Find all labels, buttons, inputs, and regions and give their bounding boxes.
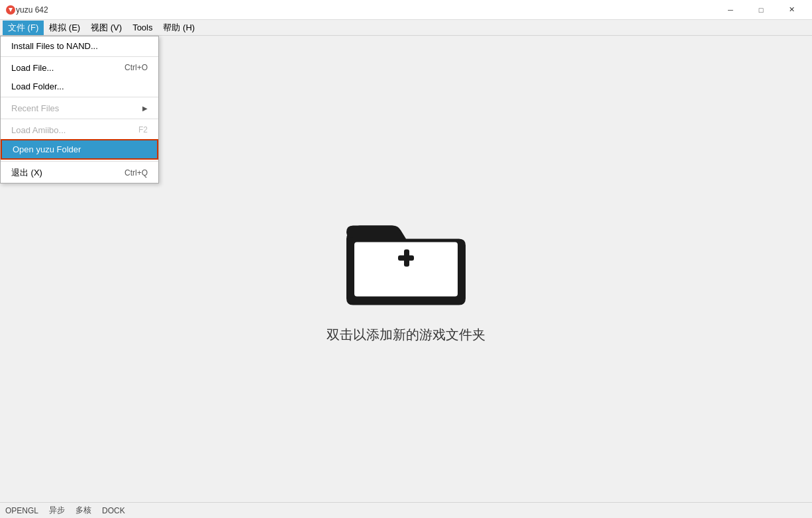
status-multicore[interactable]: 多核 [76,505,91,516]
window-controls: ─ □ ✕ [715,0,807,20]
menu-help[interactable]: 帮助 (H) [158,21,200,35]
app-icon [5,5,16,15]
status-dock[interactable]: DOCK [102,506,125,515]
menu-emulation[interactable]: 模拟 (E) [44,21,85,35]
menu-view[interactable]: 视图 (V) [85,21,127,35]
menu-exit[interactable]: 退出 (X) Ctrl+Q [1,163,158,183]
status-bar: OPENGL 异步 多核 DOCK [0,502,812,518]
menu-recent-files[interactable]: Recent Files ▶ [1,99,158,117]
status-async[interactable]: 异步 [49,505,65,516]
close-button[interactable]: ✕ [776,0,807,20]
menu-load-file[interactable]: Load File... Ctrl+O [1,58,158,77]
minimize-button[interactable]: ─ [715,0,746,20]
main-hint-label: 双击以添加新的游戏文件夹 [327,326,485,344]
separator-3 [1,119,158,119]
submenu-arrow-icon: ▶ [142,105,148,112]
menu-bar: 文件 (F) 模拟 (E) 视图 (V) Tools 帮助 (H) [0,20,812,36]
menu-tools[interactable]: Tools [127,21,158,35]
file-dropdown-menu: Install Files to NAND... Load File... Ct… [0,36,159,183]
status-opengl[interactable]: OPENGL [5,506,38,515]
menu-load-folder[interactable]: Load Folder... [1,77,158,95]
window-title: yuzu 642 [16,5,715,15]
separator-2 [1,97,158,97]
separator-4 [1,161,158,162]
menu-open-yuzu-folder[interactable]: Open yuzu Folder [1,139,158,160]
add-folder-icon-container [340,194,472,315]
menu-file[interactable]: 文件 (F) [3,21,44,35]
maximize-button[interactable]: □ [746,0,776,20]
menu-load-amiibo[interactable]: Load Amiibo... F2 [1,121,158,139]
separator-1 [1,56,158,57]
title-bar: yuzu 642 ─ □ ✕ [0,0,812,20]
folder-add-icon [340,194,472,313]
svg-rect-3 [404,250,409,267]
menu-install-files-nand[interactable]: Install Files to NAND... [1,36,158,55]
